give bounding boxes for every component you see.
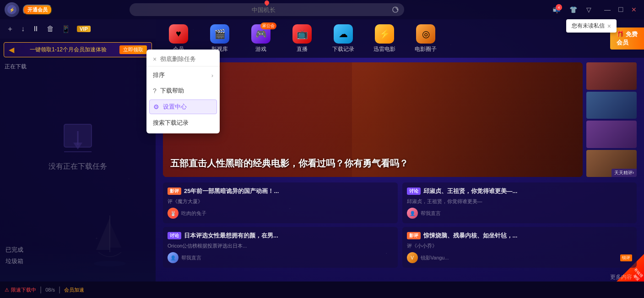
download-panel: ◀ 一键领取1-12个月会员加速体验 立即领取 正在下载 没有正在下载任务 已完… (0, 39, 156, 281)
triangle-icon[interactable]: ▽ (584, 5, 594, 14)
pause-button[interactable]: ⏸ (29, 23, 42, 35)
daily-pick-button[interactable]: 天天精评› (612, 169, 637, 177)
menu-close-button[interactable]: × (153, 55, 157, 63)
trash-section-link[interactable]: 垃圾箱 (5, 257, 23, 265)
disc-title-4: 惊悚烧脑、残暴内核、如坐针毡，... (423, 232, 633, 240)
empty-text: 没有正在下载任务 (49, 162, 107, 171)
speed-divider2: | (59, 286, 60, 294)
vip-nav-icon: ♥ (169, 24, 188, 44)
disc-user-row-2: 👤 帮我直言 (407, 208, 633, 219)
discussion-card-1[interactable]: 影评 25年前一部黑暗诡异的国产动画！... 评《魔方大厦》 🐰 吃肉的兔子 (163, 182, 398, 223)
app-logo: ⚡ (5, 2, 19, 17)
vip-accelerate-label: 会员加速 (64, 287, 84, 293)
empty-download-icon (60, 120, 96, 156)
hero-thumbnails: 天天精评› (586, 62, 637, 177)
download-button[interactable]: ↓ (18, 23, 27, 35)
live-nav-label: 直播 (297, 45, 308, 53)
help-icon: ? (153, 87, 157, 94)
user-comment-3: 帮我直言 (181, 254, 393, 261)
claim-button[interactable]: 立即领取 (119, 45, 147, 54)
discussion-card-4[interactable]: 影评 惊悚烧脑、残暴内核、如坐针毡，... 评《小小乔》 V 锐影Vangu..… (402, 227, 637, 268)
sort-label: 排序 (153, 71, 165, 79)
games-badge: 家公会 (260, 22, 276, 29)
user-comment-1: 吃肉的兔子 (181, 210, 393, 217)
disc-user-row-3: 👤 帮我直言 (168, 252, 393, 263)
menu-item-search-downloads[interactable]: 搜索下载记录 (146, 115, 220, 131)
search-pin-icon (264, 0, 270, 6)
user-avatar-1: 🐰 (168, 208, 179, 219)
disc-title-3: 日本评选女性最想拥有的颜，在男... (184, 232, 393, 240)
disc-user-row-4: V 锐影Vangu... 锐评 (407, 252, 633, 263)
thumbnail-2[interactable] (586, 92, 637, 119)
banner-text: 一键领取1-12个月会员加速体验 (30, 46, 107, 54)
shirt-icon[interactable]: 👕 (567, 5, 580, 14)
thunder-nav-icon: ⚡ (375, 24, 394, 44)
status-bar: ⚠ 限速下载中 | 08/s | 会员加速 (0, 281, 644, 298)
minimize-button[interactable]: — (601, 5, 613, 14)
nav-item-library[interactable]: 🎬 影视库 (206, 24, 233, 53)
downloads-nav-icon: ☁ (334, 24, 353, 44)
search-downloads-label: 搜索下载记录 (153, 119, 189, 127)
games-nav-label: 游戏 (255, 45, 266, 53)
nav-item-vip[interactable]: ♥ 会员 (165, 24, 192, 53)
disc-header-3: 讨论 日本评选女性最想拥有的颜，在男... (168, 232, 393, 240)
menu-header: × 彻底删除任务 (146, 52, 220, 66)
nav-item-games[interactable]: 🎮 游戏 家公会 (247, 24, 275, 53)
settings-gear-icon: ⚙ (153, 103, 159, 110)
thunder-nav-label: 迅雷电影 (373, 45, 395, 53)
thumbnail-3[interactable] (586, 121, 637, 148)
mail-icon[interactable]: 📬 4 (550, 5, 563, 14)
nav-item-live[interactable]: 📺 直播 (288, 24, 316, 53)
titlebar: ⚡ 开通会员 📬 4 👕 ▽ — ☐ ✕ (0, 0, 644, 19)
menu-item-sort[interactable]: 排序 › (146, 67, 220, 83)
disc-user-row-1: 🐰 吃肉的兔子 (168, 208, 393, 219)
thumbnail-1[interactable] (586, 62, 637, 90)
discussion-row-2: 讨论 日本评选女性最想拥有的颜，在男... Oricon公信榜根据投票评选出日本… (163, 227, 637, 268)
search-input[interactable] (135, 6, 392, 13)
nav-item-thunder[interactable]: ⚡ 迅雷电影 (371, 24, 398, 53)
context-menu: × 彻底删除任务 排序 › ? 下载帮助 ⚙ 设置中心 搜索下载记录 (146, 50, 220, 133)
disc-title-2: 邱淑贞、王祖贤，你觉得谁更美—... (423, 187, 633, 195)
disc-header-2: 讨论 邱淑贞、王祖贤，你觉得谁更美—... (407, 187, 633, 195)
open-vip-button[interactable]: 开通会员 (23, 5, 52, 15)
help-label: 下载帮助 (160, 87, 184, 95)
search-bar (130, 3, 404, 16)
circle-nav-icon: ◎ (416, 24, 435, 44)
speed-limit-indicator: ⚠ 限速下载中 (5, 287, 36, 293)
disc-tag-review-4: 影评 (407, 232, 421, 239)
nav-item-circle[interactable]: ◎ 电影圈子 (412, 24, 439, 53)
speed-value: 08/s (45, 287, 55, 292)
delete-button[interactable]: 🗑 (44, 23, 57, 35)
disc-header-4: 影评 惊悚烧脑、残暴内核、如坐针毡，... (407, 232, 633, 240)
maximize-button[interactable]: ☐ (615, 5, 627, 14)
user-comment-2: 帮我直言 (421, 210, 633, 217)
hero-main-card[interactable]: 热门讨论 / 05 DEC 五部直击人性黑暗的经典电影，你看过吗？你有勇气看吗？ (163, 62, 583, 177)
user-comment-4: 锐影Vangu... (421, 254, 618, 261)
user-avatar-3: 👤 (168, 252, 179, 263)
close-button[interactable]: ✕ (628, 5, 639, 14)
notification-close-button[interactable]: × (607, 22, 611, 30)
menu-item-settings[interactable]: ⚙ 设置中心 (149, 99, 217, 114)
limit-label: 限速下载中 (11, 287, 36, 293)
completed-section-link[interactable]: 已完成 (5, 246, 23, 254)
discussion-card-3[interactable]: 讨论 日本评选女性最想拥有的颜，在男... Oricon公信榜根据投票评选出日本… (163, 227, 398, 268)
nav-item-downloads[interactable]: ☁ 下载记录 (330, 24, 357, 53)
menu-item-help[interactable]: ? 下载帮助 (146, 83, 220, 99)
limit-icon: ⚠ (5, 287, 9, 293)
discussion-card-2[interactable]: 讨论 邱淑贞、王祖贤，你觉得谁更美—... 邱淑贞，王祖贤，你觉得谁更美— 👤 … (402, 182, 637, 223)
thumbnail-4[interactable]: 天天精评› (586, 150, 637, 177)
library-nav-icon: 🎬 (210, 24, 229, 44)
titlebar-right: 📬 4 👕 ▽ — ☐ ✕ (550, 5, 639, 14)
disc-header-1: 影评 25年前一部黑暗诡异的国产动画！... (168, 187, 393, 195)
gift-icon: 🎁 (617, 31, 624, 38)
more-content-link[interactable]: 更多内容 > (163, 271, 637, 281)
window-controls: — ☐ ✕ (601, 5, 639, 14)
add-download-button[interactable]: ＋ (4, 22, 16, 36)
disc-subtitle-3: Oricon公信榜根据投票评选出日本... (168, 243, 393, 249)
sort-arrow-icon: › (211, 72, 213, 79)
mobile-button[interactable]: 📱 (59, 23, 73, 35)
disc-subtitle-4: 评《小小乔》 (407, 243, 633, 249)
disc-subtitle-1: 评《魔方大厦》 (168, 198, 393, 205)
hero-section: 热门讨论 / 05 DEC 五部直击人性黑暗的经典电影，你看过吗？你有勇气看吗？… (163, 62, 637, 177)
search-refresh-icon[interactable] (392, 6, 399, 13)
